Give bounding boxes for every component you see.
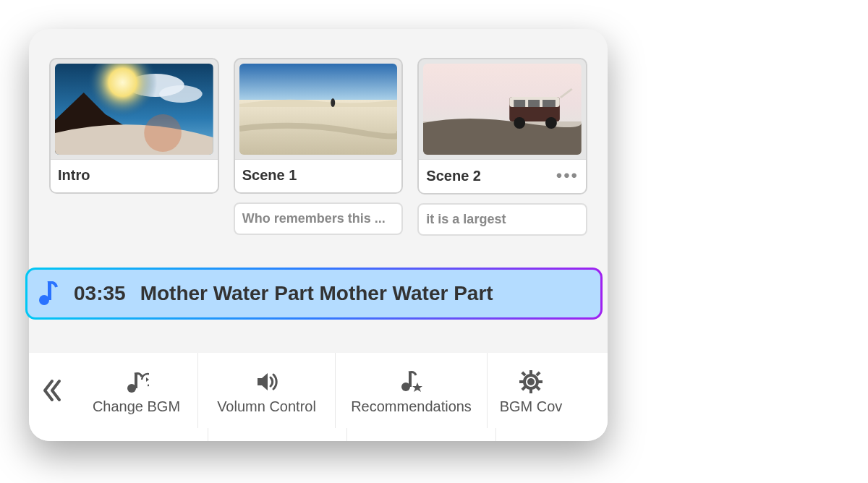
- svg-rect-18: [135, 374, 137, 388]
- scenes-row: Intro: [29, 29, 608, 243]
- bgm-cover-button[interactable]: BGM Cov: [488, 353, 574, 428]
- svg-rect-13: [528, 100, 540, 107]
- recommendations-button[interactable]: Recommendations: [336, 353, 488, 428]
- tool-label: BGM Cov: [500, 398, 563, 415]
- tool-label: Change BGM: [93, 398, 180, 415]
- volume-icon: [255, 369, 279, 394]
- scene-caption[interactable]: it is a largest: [417, 203, 587, 236]
- bgm-title: Mother Water Part Mother Water Part: [140, 282, 493, 305]
- scene-thumbnail: [423, 64, 582, 155]
- svg-point-4: [144, 114, 182, 152]
- scene-column: Intro: [49, 58, 219, 236]
- more-icon[interactable]: •••: [556, 167, 579, 184]
- scene-title: Intro: [58, 167, 90, 184]
- bgm-toolbar: Change BGM Volumn Control Recommendation…: [29, 353, 608, 428]
- music-note-icon: [38, 281, 59, 306]
- scene-title-row: Intro: [51, 159, 218, 192]
- scene-column: Scene 2 ••• it is a largest: [417, 58, 587, 236]
- scene-title-row: Scene 2 •••: [419, 159, 586, 193]
- scene-thumbnail: [239, 64, 398, 155]
- svg-rect-32: [48, 283, 51, 300]
- svg-point-21: [527, 378, 535, 385]
- bgm-track-inner: 03:35 Mother Water Part Mother Water Par…: [27, 270, 600, 317]
- editor-panel: Intro: [29, 29, 608, 441]
- svg-rect-28: [535, 371, 540, 376]
- scene-column: Scene 1 Who remembers this ...: [234, 58, 404, 236]
- change-bgm-button[interactable]: Change BGM: [75, 353, 198, 428]
- svg-rect-5: [239, 64, 398, 100]
- svg-rect-26: [521, 371, 526, 376]
- svg-point-31: [39, 295, 49, 305]
- scroll-left-button[interactable]: [29, 353, 75, 428]
- svg-point-16: [545, 117, 557, 129]
- scene-title-row: Scene 1: [235, 159, 402, 192]
- svg-rect-14: [542, 100, 556, 107]
- scene-card-2[interactable]: Scene 2 •••: [417, 58, 587, 195]
- music-star-icon: [399, 369, 424, 394]
- scene-title: Scene 2: [426, 168, 481, 184]
- svg-rect-20: [409, 372, 412, 387]
- tool-label: Volumn Control: [217, 398, 316, 415]
- scene-title: Scene 1: [242, 167, 297, 184]
- tool-label: Recommendations: [351, 398, 472, 415]
- bgm-track-bar[interactable]: 03:35 Mother Water Part Mother Water Par…: [25, 268, 603, 320]
- scene-card-1[interactable]: Scene 1: [234, 58, 404, 194]
- svg-point-7: [331, 98, 335, 107]
- scene-caption[interactable]: Who remembers this ...: [234, 202, 404, 235]
- music-reload-icon: [124, 369, 149, 394]
- bgm-time: 03:35: [74, 282, 126, 305]
- scene-thumbnail: [55, 64, 213, 155]
- svg-point-15: [514, 117, 526, 129]
- toolbar-divider-row: [29, 428, 608, 441]
- scene-card-intro[interactable]: Intro: [49, 58, 219, 194]
- svg-rect-12: [514, 100, 526, 107]
- volume-control-button[interactable]: Volumn Control: [198, 353, 336, 428]
- gear-icon: [519, 369, 543, 394]
